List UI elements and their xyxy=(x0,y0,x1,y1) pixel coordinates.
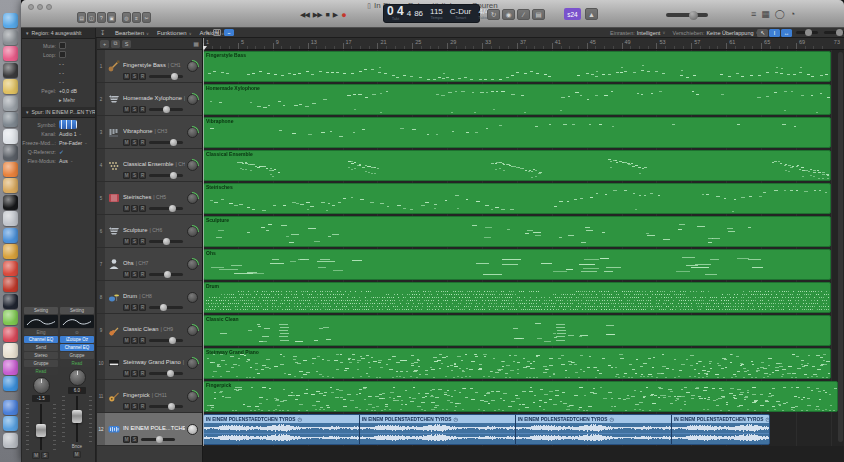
eq-thumbnail[interactable] xyxy=(24,315,58,328)
close-window-button[interactable] xyxy=(28,4,34,10)
pan-knob[interactable] xyxy=(33,377,50,394)
horizontal-zoom-slider[interactable] xyxy=(824,31,844,34)
film-reel-dock-icon[interactable] xyxy=(3,145,18,160)
track-r-button[interactable]: R xyxy=(139,271,146,278)
pan-knob[interactable] xyxy=(187,292,198,303)
strip-slot[interactable]: Send xyxy=(24,344,58,351)
track-s-button[interactable]: S xyxy=(131,403,138,410)
midi-draw-icon[interactable]: ~ xyxy=(224,29,234,36)
vertical-scrollbar[interactable] xyxy=(838,52,843,442)
track-m-button[interactable]: M xyxy=(123,73,130,80)
disclosure-mehr[interactable]: ▸ Mehr xyxy=(59,97,75,103)
volume-fader[interactable] xyxy=(24,404,58,450)
track-header-3[interactable]: 3Vibraphone| CH3MSR xyxy=(97,116,202,149)
midi-region[interactable]: Homemade Xylophone xyxy=(203,84,831,115)
track-m-button[interactable]: M xyxy=(123,172,130,179)
mixer-icon[interactable]: ≡ xyxy=(132,12,141,23)
zoom-window-button[interactable] xyxy=(46,4,52,10)
pan-knob[interactable] xyxy=(187,424,198,435)
track-s-button[interactable]: S xyxy=(131,238,138,245)
strip-slot[interactable]: Stereo xyxy=(24,352,58,359)
stepper-icon[interactable]: ⌄ xyxy=(79,131,82,136)
input-slot[interactable]: ⊙ xyxy=(60,329,94,335)
forward-button[interactable]: ▶▶ xyxy=(313,10,322,20)
pan-knob[interactable] xyxy=(187,391,198,402)
audio-region-segment[interactable]: IN EINEM POLENSTAEDTCHEN TYROS◷ xyxy=(360,415,516,444)
rewind-button[interactable]: ◀◀ xyxy=(300,10,309,20)
stop-button[interactable]: ■ xyxy=(326,10,329,20)
smart-controls-icon[interactable]: ◎ xyxy=(122,12,131,23)
resize-tool-button[interactable]: ↔ xyxy=(781,29,792,37)
track-header-10[interactable]: 10Steinway Grand Piano| CH10MSR xyxy=(97,347,202,380)
track-s-button[interactable]: S xyxy=(131,172,138,179)
track-s-button[interactable]: S xyxy=(131,106,138,113)
track-m-button[interactable]: M xyxy=(123,139,130,146)
track-volume-slider[interactable] xyxy=(149,240,183,243)
track-volume-slider[interactable] xyxy=(149,273,183,276)
midi-in-icon[interactable]: M xyxy=(213,29,221,36)
track-r-button[interactable]: R xyxy=(139,304,146,311)
add-track-button[interactable]: + xyxy=(100,40,109,48)
record-button[interactable]: ● xyxy=(341,10,346,20)
track-s-button[interactable]: S xyxy=(131,337,138,344)
track-m-button[interactable]: M xyxy=(123,205,130,212)
track-r-button[interactable]: R xyxy=(139,172,146,179)
bar-ruler[interactable]: 15913172125293337414549535761656973 xyxy=(203,38,844,50)
master-solo-button[interactable]: S xyxy=(122,40,131,48)
track-volume-slider[interactable] xyxy=(149,372,183,375)
pan-knob[interactable] xyxy=(187,259,198,270)
track-m-button[interactable]: M xyxy=(123,403,130,410)
midi-region[interactable]: Sculpture xyxy=(203,216,831,247)
track-m-button[interactable]: M xyxy=(123,337,130,344)
audio-region[interactable]: IN EINEM POLENSTAEDTCHEN TYROS◷IN EINEM … xyxy=(203,414,770,445)
speaker-app-dock-icon[interactable] xyxy=(3,195,18,210)
color-wheel-app-dock-icon[interactable] xyxy=(3,360,18,375)
track-header-5[interactable]: 5Steirisches| CH5MSR xyxy=(97,182,202,215)
stepper-icon[interactable]: ⌄ xyxy=(70,158,73,163)
volume-fader[interactable] xyxy=(60,396,94,442)
track-header-12[interactable]: 12IN EINEM POLE...TCHEN TYROSMS xyxy=(97,413,202,446)
midi-region[interactable]: Fingerpick xyxy=(203,381,838,412)
midi-region[interactable]: Vibraphone xyxy=(203,117,831,148)
finder-dock-icon[interactable] xyxy=(3,13,18,28)
loops-browser-icon[interactable]: ◔ xyxy=(790,8,795,20)
midi-region[interactable]: Fingerstyle Bass xyxy=(203,51,831,82)
menu-bearbeiten[interactable]: Bearbeiten∨ xyxy=(115,30,149,36)
track-volume-slider[interactable] xyxy=(149,207,183,210)
blue-folder-2-dock-icon[interactable] xyxy=(3,416,18,431)
keynote-dock-icon[interactable] xyxy=(3,376,18,391)
varispeed-badge[interactable]: s24 xyxy=(564,8,581,20)
drag-mode-select[interactable]: Keine Überlappung xyxy=(706,30,753,36)
midi-region[interactable]: Classic Clean xyxy=(203,315,831,346)
video-app-dock-icon[interactable] xyxy=(3,112,18,127)
photos-dock-icon[interactable] xyxy=(3,79,18,94)
pan-knob[interactable] xyxy=(187,358,198,369)
b-app-dock-icon[interactable] xyxy=(3,294,18,309)
blue-folder-1-dock-icon[interactable] xyxy=(3,400,18,415)
point​er-tool-button[interactable]: ↖ xyxy=(757,29,768,37)
track-r-button[interactable]: R xyxy=(139,403,146,410)
red-app-dock-icon[interactable] xyxy=(3,277,18,292)
mute-button[interactable]: M xyxy=(32,452,40,459)
checkbox[interactable] xyxy=(59,51,66,58)
midi-region[interactable]: Steinway Grand Piano xyxy=(203,348,831,379)
checkbox-checked[interactable]: ✓ xyxy=(59,149,64,155)
setting-button[interactable]: Setting xyxy=(24,307,58,314)
catch-playhead-icon[interactable]: ↧ xyxy=(100,29,105,36)
trash-dock-icon[interactable] xyxy=(3,433,18,448)
safari-dock-icon[interactable] xyxy=(3,228,18,243)
menu-funktionen[interactable]: Funktionen∨ xyxy=(157,30,192,36)
track-m-button[interactable]: M xyxy=(123,238,130,245)
media-browser-icon[interactable]: ▦ xyxy=(761,8,770,20)
track-s-button[interactable]: S xyxy=(131,436,138,443)
track-s-button[interactable]: S xyxy=(131,73,138,80)
quick-help-icon[interactable]: ? xyxy=(97,12,106,23)
track-volume-slider[interactable] xyxy=(149,306,183,309)
track-volume-slider[interactable] xyxy=(141,438,175,441)
autopunch-icon[interactable]: ∕ xyxy=(517,9,530,20)
track-header-7[interactable]: 7Ohs| CH7MSR xyxy=(97,248,202,281)
track-r-button[interactable]: R xyxy=(139,205,146,212)
snap-mode-select[interactable]: Intelligent xyxy=(637,30,661,36)
track-m-button[interactable]: M xyxy=(123,271,130,278)
track-volume-slider[interactable] xyxy=(149,174,183,177)
